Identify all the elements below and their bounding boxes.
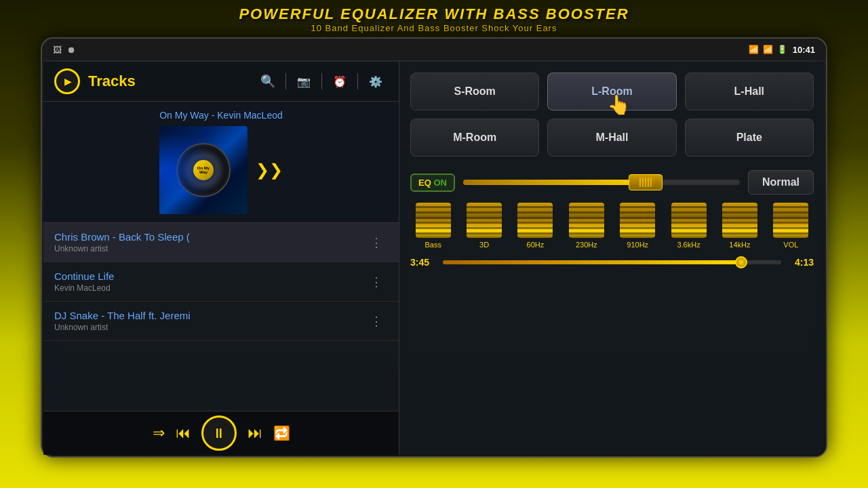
eq-band-line: [569, 211, 604, 214]
eq-band-line: [671, 227, 707, 229]
reverb-l-room[interactable]: L-Room 👆: [547, 73, 676, 110]
album-art-container: On My Way ❯❯: [52, 126, 391, 214]
media-icon: 🖼: [53, 45, 62, 55]
eq-band-lines: [467, 203, 502, 238]
eq-band-line: [671, 206, 707, 208]
time-fill: [443, 260, 741, 264]
track-item-2[interactable]: Continue Life Kevin MacLeod ⋮: [43, 262, 399, 302]
eq-band-line: [671, 222, 707, 224]
track-more-2[interactable]: ⋮: [365, 272, 388, 292]
track-info-3: DJ Snake - The Half ft. Jeremi Unknown a…: [54, 310, 365, 332]
eq-band-line: [569, 232, 604, 235]
eq-band-line: [467, 232, 502, 235]
eq-thumb-line-3: [645, 178, 646, 187]
next-icon: ⏭: [248, 424, 262, 442]
track-item-3[interactable]: DJ Snake - The Half ft. Jeremi Unknown a…: [43, 302, 399, 341]
total-time: 4:13: [789, 257, 814, 268]
eq-band-line: [569, 217, 604, 219]
eq-band-line: [467, 222, 502, 224]
shuffle-button[interactable]: ⇒: [153, 424, 165, 442]
now-playing-section: On My Way - Kevin MacLeod On My Way ❯❯: [43, 102, 399, 223]
eq-slider-container[interactable]: [463, 173, 740, 192]
prev-button[interactable]: ⏮: [176, 424, 191, 442]
eq-band-visual-60hz: [517, 203, 553, 238]
play-icon[interactable]: [54, 68, 80, 94]
eq-band-lines: [569, 203, 604, 238]
album-art: On My Way: [159, 126, 248, 214]
track-artist-3: Unknown artist: [54, 323, 365, 332]
reverb-s-room[interactable]: S-Room: [410, 73, 539, 110]
eq-track: [463, 180, 740, 185]
eq-band-line: [620, 232, 655, 235]
eq-band-line: [620, 217, 655, 219]
track-info-2: Continue Life Kevin MacLeod: [54, 270, 365, 293]
repeat-button[interactable]: 🔁: [273, 425, 290, 441]
time-track[interactable]: [443, 260, 781, 264]
wifi-icon: 📶: [763, 45, 773, 54]
eq-band-14khz[interactable]: 14kHz: [722, 203, 757, 249]
eq-toggle-row: EQ ON: [410, 170, 814, 195]
eq-band-36khz[interactable]: 3.6kHz: [671, 203, 707, 249]
eq-band-line: [671, 232, 707, 235]
eq-band-line: [773, 217, 808, 219]
reverb-m-hall[interactable]: M-Hall: [547, 119, 676, 157]
normal-badge[interactable]: Normal: [748, 170, 814, 195]
eq-band-vol[interactable]: VOL: [773, 203, 808, 249]
divider-3: [357, 73, 358, 89]
eq-bands: Bass 3D: [410, 203, 814, 249]
eq-on-badge[interactable]: EQ ON: [410, 174, 455, 192]
next-button[interactable]: ⏭: [248, 424, 262, 442]
eq-band-line: [416, 217, 451, 219]
eq-thumb-line-4: [648, 178, 649, 187]
reverb-l-hall[interactable]: L-Hall: [685, 73, 814, 110]
track-item[interactable]: Chris Brown - Back To Sleep ( Unknown ar…: [43, 223, 399, 262]
eq-band-line: [722, 232, 757, 235]
eq-band-line: [517, 217, 553, 219]
eq-band-line: [620, 211, 655, 214]
eq-band-label-60hz: 60Hz: [527, 241, 545, 249]
eq-thumb-line-2: [642, 178, 644, 187]
vinyl-label: On My Way: [193, 160, 214, 180]
search-button[interactable]: 🔍: [256, 69, 280, 94]
battery-icon: 🔋: [777, 45, 787, 54]
settings-button[interactable]: ⚙️: [363, 69, 388, 94]
status-time: 10:41: [793, 45, 815, 55]
eq-band-60hz[interactable]: 60Hz: [517, 203, 553, 249]
right-panel: S-Room L-Room 👆 L-Hall M-Room M-Hall Pla…: [399, 62, 825, 455]
reverb-l-room-container: L-Room 👆: [547, 73, 676, 110]
reverb-grid: S-Room L-Room 👆 L-Hall M-Room M-Hall Pla…: [410, 73, 814, 157]
shuffle-icon: ⇒: [153, 424, 165, 442]
eq-band-230hz[interactable]: 230Hz: [569, 203, 604, 249]
eq-band-visual-36khz: [671, 203, 707, 238]
now-playing-title: On My Way - Kevin MacLeod: [52, 110, 391, 121]
eq-band-bass[interactable]: Bass: [416, 203, 451, 249]
app-title: POWERFUL EQUALIZER WITH BASS BOOSTER: [0, 5, 868, 23]
eq-band-line: [671, 211, 707, 214]
track-artist-2: Kevin MacLeod: [54, 283, 365, 293]
screenshot-button[interactable]: 📷: [292, 69, 316, 94]
divider-1: [285, 73, 286, 89]
reverb-m-room[interactable]: M-Room: [410, 119, 539, 157]
track-more-1[interactable]: ⋮: [365, 232, 388, 253]
eq-band-line: [569, 206, 604, 208]
eq-band-3d[interactable]: 3D: [467, 203, 502, 249]
eq-thumb-lines: [639, 178, 652, 187]
eq-band-visual-vol: [773, 203, 808, 238]
status-icons: 📶 📶 🔋: [749, 45, 787, 54]
eq-band-lines: [620, 203, 655, 238]
eq-band-label-230hz: 230Hz: [576, 241, 597, 249]
time-thumb: [735, 256, 747, 268]
eq-on-status: ON: [433, 178, 447, 188]
eq-band-label-910hz: 910Hz: [627, 241, 648, 249]
pause-button[interactable]: [201, 415, 237, 451]
hand-cursor: 👆: [607, 94, 631, 116]
player-controls: ⇒ ⏮ ⏭ 🔁: [43, 411, 399, 455]
next-arrow[interactable]: ❯❯: [256, 161, 283, 180]
eq-band-line: [620, 206, 655, 208]
reverb-plate[interactable]: Plate: [685, 119, 814, 157]
track-more-3[interactable]: ⋮: [365, 311, 388, 331]
eq-band-visual-910hz: [620, 203, 655, 238]
alarm-button[interactable]: ⏰: [328, 69, 352, 94]
eq-band-910hz[interactable]: 910Hz: [620, 203, 655, 249]
eq-band-label-3d: 3D: [479, 241, 489, 249]
